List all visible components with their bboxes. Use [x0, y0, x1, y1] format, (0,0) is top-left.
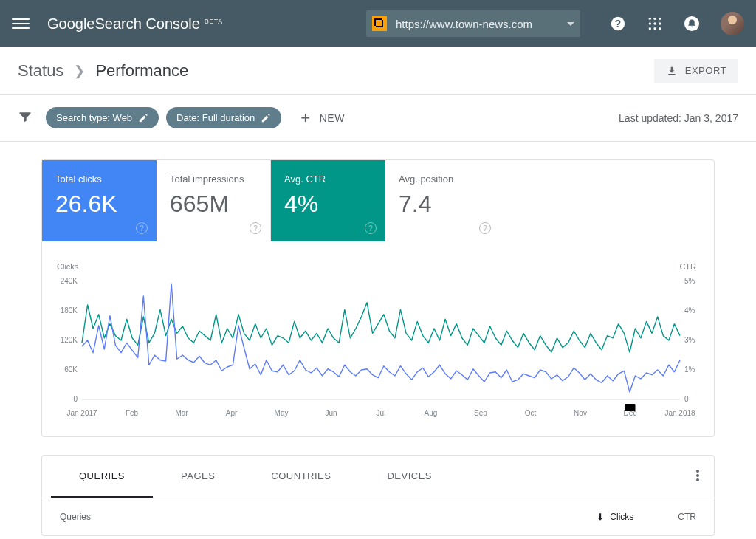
beta-badge: BETA: [205, 18, 223, 25]
plus-icon: +: [300, 109, 310, 128]
column-queries[interactable]: Queries: [60, 512, 595, 522]
svg-text:Nov: Nov: [574, 409, 587, 417]
notifications-icon[interactable]: [684, 16, 700, 32]
metric-value: 7.4: [399, 192, 487, 216]
svg-point-5: [649, 22, 651, 24]
tab-pages[interactable]: PAGES: [153, 456, 243, 498]
app-logo: Google Search Console BETA: [47, 16, 223, 32]
svg-point-4: [659, 18, 661, 20]
logo-rest: Search Console: [95, 16, 200, 32]
last-updated: Last updated: Jan 3, 2017: [619, 112, 738, 124]
chevron-down-icon: [567, 22, 574, 26]
svg-text:180K: 180K: [61, 306, 78, 315]
svg-text:Feb: Feb: [126, 409, 139, 417]
metric-value: 665M: [170, 192, 257, 216]
filter-icon[interactable]: [18, 109, 32, 127]
svg-text:May: May: [275, 409, 289, 417]
chevron-right-icon: ❯: [74, 63, 85, 79]
export-label: EXPORT: [685, 65, 726, 76]
metric-label: Avg. position: [399, 174, 487, 185]
svg-rect-36: [625, 404, 636, 411]
data-table-card: QUERIES PAGES COUNTRIES DEVICES Queries …: [41, 455, 715, 536]
svg-point-3: [653, 18, 656, 20]
info-icon[interactable]: ?: [250, 222, 261, 234]
tab-queries[interactable]: QUERIES: [51, 456, 153, 498]
svg-text:Jan 2018: Jan 2018: [664, 409, 695, 417]
svg-text:Jan 2017: Jan 2017: [66, 409, 97, 417]
breadcrumb-status[interactable]: Status: [18, 61, 63, 80]
svg-text:Jun: Jun: [325, 409, 337, 417]
export-button[interactable]: EXPORT: [654, 59, 738, 83]
header-actions: ?: [610, 12, 744, 35]
svg-text:Apr: Apr: [226, 409, 238, 417]
svg-point-6: [653, 22, 656, 24]
svg-text:0: 0: [73, 395, 78, 403]
property-url: https://www.town-news.com: [396, 18, 567, 30]
svg-text:Aug: Aug: [425, 409, 438, 417]
metric-avg-ctr[interactable]: Avg. CTR 4% ?: [271, 160, 385, 241]
metric-total-clicks[interactable]: Total clicks 26.6K ?: [42, 160, 157, 241]
metric-label: Avg. CTR: [284, 174, 372, 185]
svg-point-8: [649, 27, 651, 30]
svg-text:120K: 120K: [61, 336, 78, 344]
info-icon[interactable]: ?: [365, 222, 377, 234]
add-filter-button[interactable]: + NEW: [300, 109, 345, 128]
svg-text:?: ?: [615, 18, 621, 30]
svg-text:Oct: Oct: [525, 409, 537, 417]
tab-countries[interactable]: COUNTRIES: [243, 456, 359, 498]
apps-icon[interactable]: [647, 16, 663, 32]
table-tabs: QUERIES PAGES COUNTRIES DEVICES: [42, 456, 714, 498]
breadcrumb: Status ❯ Performance: [18, 61, 188, 80]
svg-text:4%: 4%: [684, 306, 695, 315]
svg-text:Jul: Jul: [377, 409, 386, 417]
chip-label: Search type: Web: [56, 112, 132, 123]
svg-text:Mar: Mar: [175, 409, 188, 417]
property-icon: [372, 16, 387, 31]
svg-text:240K: 240K: [61, 277, 78, 285]
svg-text:0: 0: [684, 395, 689, 403]
column-ctr[interactable]: CTR: [678, 512, 696, 522]
property-selector[interactable]: https://www.town-news.com: [366, 10, 580, 37]
app-header: Google Search Console BETA https://www.t…: [0, 0, 756, 47]
add-filter-label: NEW: [320, 112, 345, 124]
chart-canvas: 240K180K120K60K05%4%3%1%0Jan 2017FebMarA…: [52, 275, 702, 423]
content: Total clicks 26.6K ? Total impressions 6…: [0, 142, 756, 539]
svg-text:5%: 5%: [684, 277, 695, 285]
metric-label: Total impressions: [170, 174, 257, 185]
svg-point-39: [696, 478, 699, 481]
more-icon[interactable]: [696, 470, 699, 484]
performance-chart: Clicks CTR 240K180K120K60K05%4%3%1%0Jan …: [42, 241, 714, 436]
y1-axis-title: Clicks: [57, 262, 78, 271]
svg-text:1%: 1%: [684, 365, 695, 374]
performance-card: Total clicks 26.6K ? Total impressions 6…: [41, 159, 715, 437]
metric-label: Total clicks: [55, 174, 143, 185]
metric-avg-position[interactable]: Avg. position 7.4 ?: [385, 160, 500, 241]
metric-value: 4%: [284, 192, 372, 216]
svg-text:3%: 3%: [684, 336, 695, 344]
user-avatar[interactable]: [721, 12, 744, 35]
filter-chip-date[interactable]: Date: Full duration: [166, 107, 281, 128]
logo-bold: Google: [47, 16, 95, 32]
chip-label: Date: Full duration: [176, 112, 255, 123]
metric-total-impressions[interactable]: Total impressions 665M ?: [157, 160, 271, 241]
svg-point-37: [696, 470, 699, 473]
info-icon[interactable]: ?: [479, 222, 491, 234]
svg-point-38: [696, 474, 699, 477]
metric-value: 26.6K: [55, 192, 143, 216]
metric-tiles: Total clicks 26.6K ? Total impressions 6…: [42, 160, 714, 241]
table-header-row: Queries Clicks CTR: [42, 498, 714, 535]
svg-text:Sep: Sep: [474, 409, 487, 417]
svg-point-7: [659, 22, 661, 24]
tab-devices[interactable]: DEVICES: [359, 456, 460, 498]
column-clicks[interactable]: Clicks: [595, 512, 633, 522]
filter-bar: Search type: Web Date: Full duration + N…: [0, 95, 756, 142]
svg-text:60K: 60K: [64, 365, 78, 374]
info-icon[interactable]: ?: [136, 222, 148, 234]
breadcrumb-current: Performance: [95, 61, 188, 80]
breadcrumb-bar: Status ❯ Performance EXPORT: [0, 47, 756, 95]
help-icon[interactable]: ?: [610, 16, 626, 32]
filter-chip-search-type[interactable]: Search type: Web: [46, 107, 159, 128]
menu-icon[interactable]: [12, 15, 30, 32]
svg-point-9: [653, 27, 656, 30]
svg-point-10: [659, 27, 661, 30]
